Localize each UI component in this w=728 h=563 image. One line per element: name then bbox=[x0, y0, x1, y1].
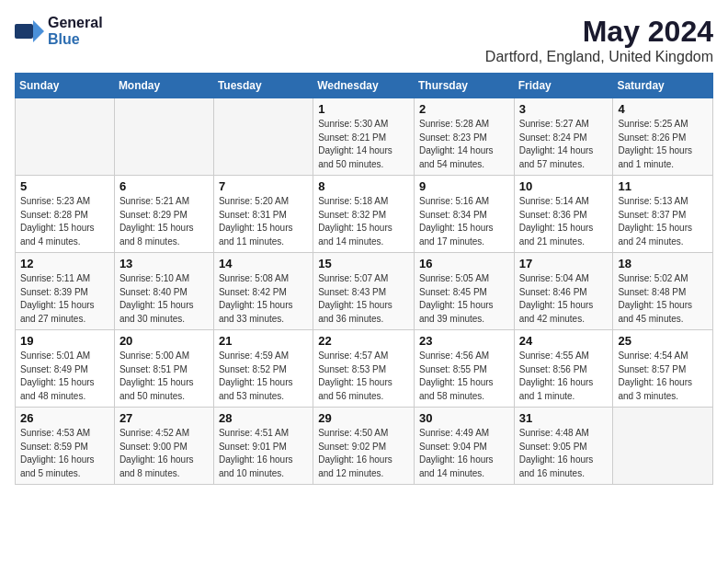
title-area: May 2024 Dartford, England, United Kingd… bbox=[485, 15, 713, 65]
day-info: Sunrise: 5:25 AM Sunset: 8:26 PM Dayligh… bbox=[618, 118, 708, 171]
day-info: Sunrise: 5:21 AM Sunset: 8:29 PM Dayligh… bbox=[119, 195, 209, 248]
calendar-cell: 20Sunrise: 5:00 AM Sunset: 8:51 PM Dayli… bbox=[114, 330, 213, 408]
day-number: 13 bbox=[119, 257, 209, 270]
calendar-header-thursday: Thursday bbox=[414, 74, 514, 98]
day-number: 9 bbox=[419, 179, 509, 193]
day-info: Sunrise: 4:53 AM Sunset: 8:59 PM Dayligh… bbox=[20, 427, 109, 480]
calendar-header-tuesday: Tuesday bbox=[213, 74, 313, 98]
calendar-header-friday: Friday bbox=[514, 74, 613, 98]
day-number: 12 bbox=[20, 257, 109, 270]
day-number: 14 bbox=[219, 257, 308, 270]
day-number: 10 bbox=[519, 179, 609, 193]
calendar-cell: 28Sunrise: 4:51 AM Sunset: 9:01 PM Dayli… bbox=[213, 408, 313, 485]
header: General Blue May 2024 Dartford, England,… bbox=[15, 15, 713, 65]
calendar-week-2: 5Sunrise: 5:23 AM Sunset: 8:28 PM Daylig… bbox=[16, 176, 713, 253]
day-number: 30 bbox=[419, 411, 509, 425]
day-number: 28 bbox=[219, 411, 308, 425]
calendar-cell bbox=[613, 408, 713, 485]
day-info: Sunrise: 5:11 AM Sunset: 8:39 PM Dayligh… bbox=[20, 272, 109, 326]
calendar-cell: 11Sunrise: 5:13 AM Sunset: 8:37 PM Dayli… bbox=[613, 176, 713, 253]
day-info: Sunrise: 5:27 AM Sunset: 8:24 PM Dayligh… bbox=[519, 118, 609, 171]
day-info: Sunrise: 4:52 AM Sunset: 9:00 PM Dayligh… bbox=[119, 427, 209, 480]
day-number: 15 bbox=[318, 257, 409, 270]
day-number: 27 bbox=[119, 411, 209, 425]
page-title: May 2024 bbox=[485, 15, 713, 49]
calendar-cell: 17Sunrise: 5:04 AM Sunset: 8:46 PM Dayli… bbox=[514, 253, 613, 330]
day-info: Sunrise: 5:14 AM Sunset: 8:36 PM Dayligh… bbox=[519, 195, 609, 248]
calendar-cell: 21Sunrise: 4:59 AM Sunset: 8:52 PM Dayli… bbox=[213, 330, 313, 408]
day-number: 7 bbox=[219, 179, 308, 193]
calendar-cell: 7Sunrise: 5:20 AM Sunset: 8:31 PM Daylig… bbox=[213, 176, 313, 253]
calendar-cell: 14Sunrise: 5:08 AM Sunset: 8:42 PM Dayli… bbox=[213, 253, 313, 330]
day-info: Sunrise: 5:18 AM Sunset: 8:32 PM Dayligh… bbox=[318, 195, 409, 248]
day-info: Sunrise: 5:05 AM Sunset: 8:45 PM Dayligh… bbox=[419, 272, 509, 326]
calendar-week-1: 1Sunrise: 5:30 AM Sunset: 8:21 PM Daylig… bbox=[16, 98, 713, 176]
day-info: Sunrise: 5:30 AM Sunset: 8:21 PM Dayligh… bbox=[318, 118, 409, 171]
day-info: Sunrise: 5:16 AM Sunset: 8:34 PM Dayligh… bbox=[419, 195, 509, 248]
day-info: Sunrise: 5:13 AM Sunset: 8:37 PM Dayligh… bbox=[618, 195, 708, 248]
day-info: Sunrise: 5:23 AM Sunset: 8:28 PM Dayligh… bbox=[20, 195, 109, 248]
calendar-cell: 26Sunrise: 4:53 AM Sunset: 8:59 PM Dayli… bbox=[16, 408, 115, 485]
calendar-week-3: 12Sunrise: 5:11 AM Sunset: 8:39 PM Dayli… bbox=[16, 253, 713, 330]
calendar-cell: 22Sunrise: 4:57 AM Sunset: 8:53 PM Dayli… bbox=[313, 330, 415, 408]
day-info: Sunrise: 4:51 AM Sunset: 9:01 PM Dayligh… bbox=[219, 427, 308, 480]
calendar-cell: 12Sunrise: 5:11 AM Sunset: 8:39 PM Dayli… bbox=[16, 253, 115, 330]
logo-icon bbox=[15, 20, 44, 42]
day-info: Sunrise: 4:49 AM Sunset: 9:04 PM Dayligh… bbox=[419, 427, 509, 480]
day-info: Sunrise: 4:56 AM Sunset: 8:55 PM Dayligh… bbox=[419, 350, 509, 403]
calendar-cell: 9Sunrise: 5:16 AM Sunset: 8:34 PM Daylig… bbox=[414, 176, 514, 253]
logo: General Blue bbox=[15, 15, 103, 47]
day-number: 8 bbox=[318, 179, 409, 193]
day-number: 31 bbox=[519, 411, 609, 425]
day-info: Sunrise: 5:20 AM Sunset: 8:31 PM Dayligh… bbox=[219, 195, 308, 248]
day-number: 4 bbox=[618, 102, 708, 116]
calendar-cell bbox=[16, 98, 115, 176]
calendar-header-saturday: Saturday bbox=[613, 74, 713, 98]
day-number: 16 bbox=[419, 257, 509, 270]
day-number: 29 bbox=[318, 411, 409, 425]
day-info: Sunrise: 5:01 AM Sunset: 8:49 PM Dayligh… bbox=[20, 350, 109, 403]
day-number: 26 bbox=[20, 411, 109, 425]
day-number: 24 bbox=[519, 334, 609, 348]
calendar-cell: 27Sunrise: 4:52 AM Sunset: 9:00 PM Dayli… bbox=[114, 408, 213, 485]
day-number: 17 bbox=[519, 257, 609, 270]
day-number: 21 bbox=[219, 334, 308, 348]
day-info: Sunrise: 4:57 AM Sunset: 8:53 PM Dayligh… bbox=[318, 350, 409, 403]
day-number: 11 bbox=[618, 179, 708, 193]
day-info: Sunrise: 5:00 AM Sunset: 8:51 PM Dayligh… bbox=[119, 350, 209, 403]
page-subtitle: Dartford, England, United Kingdom bbox=[485, 49, 713, 65]
day-info: Sunrise: 4:55 AM Sunset: 8:56 PM Dayligh… bbox=[519, 350, 609, 403]
svg-rect-0 bbox=[15, 24, 33, 39]
day-number: 22 bbox=[318, 334, 409, 348]
calendar-header-row: SundayMondayTuesdayWednesdayThursdayFrid… bbox=[16, 74, 713, 98]
calendar-cell: 6Sunrise: 5:21 AM Sunset: 8:29 PM Daylig… bbox=[114, 176, 213, 253]
day-number: 23 bbox=[419, 334, 509, 348]
day-info: Sunrise: 5:28 AM Sunset: 8:23 PM Dayligh… bbox=[419, 118, 509, 171]
day-number: 3 bbox=[519, 102, 609, 116]
logo-blue: Blue bbox=[48, 31, 103, 48]
calendar-table: SundayMondayTuesdayWednesdayThursdayFrid… bbox=[15, 73, 713, 485]
calendar-cell: 1Sunrise: 5:30 AM Sunset: 8:21 PM Daylig… bbox=[313, 98, 415, 176]
calendar-week-5: 26Sunrise: 4:53 AM Sunset: 8:59 PM Dayli… bbox=[16, 408, 713, 485]
calendar-cell bbox=[213, 98, 313, 176]
day-info: Sunrise: 5:07 AM Sunset: 8:43 PM Dayligh… bbox=[318, 272, 409, 326]
day-info: Sunrise: 4:54 AM Sunset: 8:57 PM Dayligh… bbox=[618, 350, 708, 403]
day-info: Sunrise: 5:02 AM Sunset: 8:48 PM Dayligh… bbox=[618, 272, 708, 326]
day-info: Sunrise: 5:10 AM Sunset: 8:40 PM Dayligh… bbox=[119, 272, 209, 326]
calendar-cell: 10Sunrise: 5:14 AM Sunset: 8:36 PM Dayli… bbox=[514, 176, 613, 253]
day-info: Sunrise: 4:59 AM Sunset: 8:52 PM Dayligh… bbox=[219, 350, 308, 403]
day-info: Sunrise: 4:48 AM Sunset: 9:05 PM Dayligh… bbox=[519, 427, 609, 480]
calendar-cell: 16Sunrise: 5:05 AM Sunset: 8:45 PM Dayli… bbox=[414, 253, 514, 330]
calendar-cell: 15Sunrise: 5:07 AM Sunset: 8:43 PM Dayli… bbox=[313, 253, 415, 330]
day-number: 2 bbox=[419, 102, 509, 116]
calendar-cell: 30Sunrise: 4:49 AM Sunset: 9:04 PM Dayli… bbox=[414, 408, 514, 485]
day-info: Sunrise: 5:04 AM Sunset: 8:46 PM Dayligh… bbox=[519, 272, 609, 326]
calendar-cell: 5Sunrise: 5:23 AM Sunset: 8:28 PM Daylig… bbox=[16, 176, 115, 253]
calendar-header-sunday: Sunday bbox=[16, 74, 115, 98]
day-info: Sunrise: 4:50 AM Sunset: 9:02 PM Dayligh… bbox=[318, 427, 409, 480]
calendar-header-wednesday: Wednesday bbox=[313, 74, 415, 98]
calendar-cell: 31Sunrise: 4:48 AM Sunset: 9:05 PM Dayli… bbox=[514, 408, 613, 485]
calendar-week-4: 19Sunrise: 5:01 AM Sunset: 8:49 PM Dayli… bbox=[16, 330, 713, 408]
calendar-cell: 24Sunrise: 4:55 AM Sunset: 8:56 PM Dayli… bbox=[514, 330, 613, 408]
svg-marker-1 bbox=[33, 20, 44, 42]
